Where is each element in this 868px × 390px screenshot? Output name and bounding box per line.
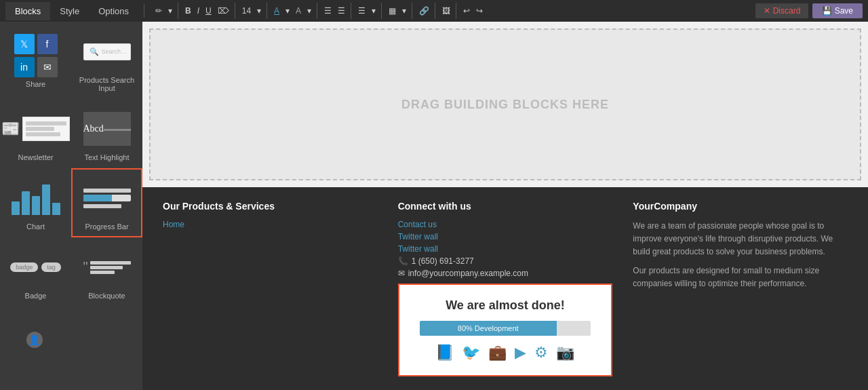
tab-style[interactable]: Style xyxy=(50,2,89,20)
italic-button[interactable]: I xyxy=(195,5,202,17)
sidebar-item-text-highlight[interactable]: Abcd Text Highlight xyxy=(71,99,142,168)
discard-button[interactable]: ✕ Discard xyxy=(755,3,808,18)
footer-phone: 📞 1 (650) 691-3277 xyxy=(398,256,613,266)
progress-block-title: We are almost done! xyxy=(420,298,591,313)
footer-desc1: We are a team of passionate people whose… xyxy=(633,220,848,259)
text-highlight-preview: Abcd xyxy=(83,112,131,146)
table-button[interactable]: ▦ xyxy=(386,5,399,17)
tab-blocks[interactable]: Blocks xyxy=(5,2,50,20)
sidebar-item-chart[interactable]: Chart xyxy=(0,168,71,237)
canvas-area: DRAG BUILDING BLOCKS HERE Our Products &… xyxy=(142,22,868,390)
pen-button[interactable]: ✏ xyxy=(153,5,165,17)
sidebar-item-progress-bar[interactable]: Progress Bar xyxy=(71,168,142,237)
underline-button[interactable]: U xyxy=(203,5,214,17)
chart-bar-2 xyxy=(22,191,30,215)
main-layout: 𝕏 f in ✉ Share 🔍 Search… Products Search xyxy=(0,22,868,390)
redo-button[interactable]: ↪ xyxy=(473,5,486,17)
sidebar-item-label-newsletter: Newsletter xyxy=(18,153,54,161)
tool-group-fontsize: 14 ▾ xyxy=(237,3,267,19)
search-icon-preview: 🔍 Search… xyxy=(80,31,134,72)
avatar-icon: 👤 xyxy=(26,332,43,348)
sidebar-item-blockquote[interactable]: " Blockquote xyxy=(71,237,142,307)
search-placeholder: Search… xyxy=(102,48,127,55)
footer-col-connect: Connect with us Contact us Twitter wall … xyxy=(398,201,613,376)
text-highlight-icon-preview: Abcd xyxy=(80,109,134,149)
toolbar-tools: ✏ ▾ B I U ⌦ 14 ▾ A ▾ A ▾ ☰ ☰ ☰ ▾ ▦ ▾ xyxy=(150,3,753,19)
badge-pill-2: tag xyxy=(41,262,61,272)
tool-group-table: ▦ ▾ xyxy=(383,3,412,19)
bold-button[interactable]: B xyxy=(182,5,194,17)
save-button[interactable]: 💾 Save xyxy=(812,3,863,18)
footer-link-twitter-1[interactable]: Twitter wall xyxy=(398,232,613,241)
sidebar-item-badge[interactable]: badge tag Badge xyxy=(0,237,71,307)
toolbar-right: ✕ Discard 💾 Save xyxy=(755,3,863,18)
footer-col3-title: YourCompany xyxy=(633,201,848,212)
align-button[interactable]: ☰ xyxy=(355,5,368,17)
youtube-social-icon[interactable]: ▶ xyxy=(515,344,526,362)
github-social-icon[interactable]: ⚙ xyxy=(534,344,548,362)
tool-group-history: ↩ ↪ xyxy=(458,3,488,19)
sidebar-item-share[interactable]: 𝕏 f in ✉ Share xyxy=(0,22,71,99)
search-icon: 🔍 xyxy=(90,47,99,56)
toolbar: Blocks Style Options ✏ ▾ B I U ⌦ 14 ▾ A … xyxy=(0,0,868,22)
image-button[interactable]: 🖼 xyxy=(439,5,453,17)
tool-group-list: ☰ ☰ xyxy=(319,3,351,19)
align-dropdown[interactable]: ▾ xyxy=(369,5,378,17)
font-size-value: 14 xyxy=(239,5,254,17)
badge-pill-1: badge xyxy=(10,262,38,272)
undo-button[interactable]: ↩ xyxy=(460,5,473,17)
list-ul-button[interactable]: ☰ xyxy=(321,5,334,17)
sidebar-item-products-search[interactable]: 🔍 Search… Products Search Input xyxy=(71,22,142,99)
instagram-social-icon[interactable]: 📷 xyxy=(556,344,574,362)
progress-bar-icon-preview xyxy=(80,178,134,218)
progress-fill: 80% Development xyxy=(420,321,557,336)
list-ol-button[interactable]: ☰ xyxy=(335,5,348,17)
font-size-dropdown[interactable]: ▾ xyxy=(254,5,264,17)
linkedin-social-icon[interactable]: 💼 xyxy=(488,344,507,362)
toolbar-separator xyxy=(144,4,144,18)
sidebar-item-label-blockquote: Blockquote xyxy=(88,292,125,300)
tab-options[interactable]: Options xyxy=(89,2,138,20)
footer-col2-title: Connect with us xyxy=(398,201,613,212)
footer-col1-title: Our Products & Services xyxy=(163,201,378,212)
font-color-dropdown[interactable]: ▾ xyxy=(283,5,292,17)
share-icon-preview: 𝕏 f in ✉ xyxy=(9,35,63,76)
pen-dropdown[interactable]: ▾ xyxy=(165,5,175,17)
email-icon: ✉ xyxy=(37,57,58,77)
twitter-icon: 𝕏 xyxy=(14,34,35,54)
tool-group-color: A ▾ A ▾ xyxy=(269,3,317,19)
tool-group-image: 🖼 xyxy=(437,3,456,19)
social-icons-row: 📘 🐦 💼 ▶ ⚙ 📷 xyxy=(420,344,591,362)
facebook-social-icon[interactable]: 📘 xyxy=(435,344,454,362)
footer-link-home[interactable]: Home xyxy=(163,220,378,229)
tool-group-link: 🔗 xyxy=(414,3,435,19)
tool-group-pen: ✏ ▾ xyxy=(150,3,178,19)
text-color-button[interactable]: A xyxy=(293,5,304,17)
chart-bar-1 xyxy=(12,201,20,215)
linkedin-icon: in xyxy=(14,57,35,77)
font-color-button[interactable]: A xyxy=(271,5,282,17)
footer-col-products: Our Products & Services Home xyxy=(163,201,378,376)
text-color-dropdown[interactable]: ▾ xyxy=(304,5,314,17)
facebook-icon: f xyxy=(37,34,58,54)
sidebar-item-profile[interactable]: 👤 xyxy=(0,307,71,374)
chart-icon-preview xyxy=(9,178,63,218)
progress-track: 80% Development xyxy=(420,321,591,336)
profile-icon-preview: 👤 xyxy=(9,319,63,360)
email-icon: ✉ xyxy=(398,269,405,278)
toolbar-tabs: Blocks Style Options xyxy=(5,2,138,20)
table-dropdown[interactable]: ▾ xyxy=(399,5,409,17)
sidebar-item-newsletter[interactable]: 📰 Newsletter xyxy=(0,99,71,168)
footer-link-twitter-2[interactable]: Twitter wall xyxy=(398,244,613,254)
chart-bar-3 xyxy=(32,196,40,215)
footer-link-contact[interactable]: Contact us xyxy=(398,220,613,229)
newsletter-icon: 📰 xyxy=(1,120,20,138)
link-button[interactable]: 🔗 xyxy=(416,5,432,17)
footer-section: Our Products & Services Home Connect wit… xyxy=(142,187,868,390)
blockquote-icon-preview: " xyxy=(80,247,134,288)
footer-email: ✉ info@yourcompany.example.com xyxy=(398,269,613,278)
twitter-social-icon[interactable]: 🐦 xyxy=(462,344,480,362)
canvas-dropzone[interactable]: DRAG BUILDING BLOCKS HERE xyxy=(149,28,861,180)
phone-icon: 📞 xyxy=(398,256,408,266)
eraser-button[interactable]: ⌦ xyxy=(215,5,232,17)
